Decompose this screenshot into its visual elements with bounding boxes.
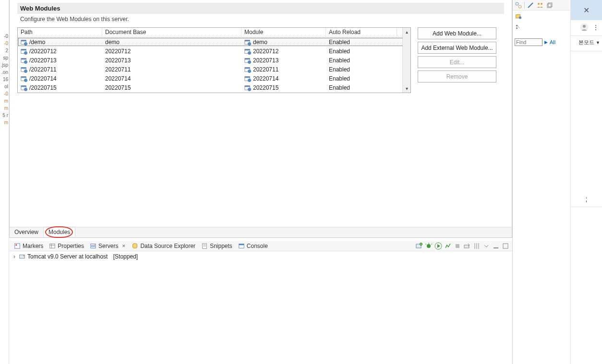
add-web-module-button[interactable]: Add Web Module... — [418, 27, 496, 39]
web-module-icon — [21, 57, 27, 64]
remove-button[interactable]: Remove — [418, 70, 496, 82]
scroll-up-icon[interactable]: ▴ — [403, 28, 410, 36]
web-module-icon — [21, 48, 27, 55]
browser-account-bar: ⋮ — [571, 20, 602, 34]
web-module-icon — [244, 48, 251, 55]
view-console[interactable]: Console — [235, 241, 271, 251]
tomcat-server-icon — [19, 253, 25, 260]
cell-auto: Enabled — [329, 57, 350, 64]
modules-table[interactable]: Path Document Base Module Auto Reload /d… — [17, 27, 411, 93]
close-icon[interactable]: ✕ — [583, 6, 590, 15]
link-icon[interactable] — [515, 1, 522, 9]
svg-rect-13 — [21, 58, 26, 59]
view-menu-icon[interactable] — [482, 242, 490, 250]
server-editor: Web Modules Configure the Web Modules on… — [9, 0, 512, 238]
tab-modules[interactable]: Modules — [44, 227, 75, 237]
right-toolbar — [513, 0, 570, 11]
expand-icon[interactable]: › — [12, 253, 17, 260]
section-title: Web Modules — [20, 5, 60, 12]
view-dse[interactable]: Data Source Explorer — [129, 241, 198, 251]
view-markers[interactable]: Markers — [11, 241, 46, 251]
server-tree-item[interactable]: › Tomcat v9.0 Server at localhost [Stopp… — [12, 253, 509, 260]
cell-doc: 20220712 — [105, 48, 131, 55]
minimized-view-icon-1[interactable] — [515, 13, 523, 21]
svg-rect-49 — [239, 244, 244, 245]
view-markers-label: Markers — [23, 243, 43, 249]
cell-path: /20220713 — [29, 57, 57, 64]
svg-point-74 — [519, 16, 521, 19]
mode-label[interactable]: 본모드 ▼ — [571, 36, 602, 49]
properties-icon — [49, 243, 56, 249]
play-icon[interactable]: ▶ — [544, 40, 548, 45]
cell-mod: 20220711 — [253, 66, 278, 73]
people-icon[interactable] — [536, 1, 544, 9]
svg-rect-57 — [456, 244, 459, 248]
minimized-view-icon-2[interactable] — [515, 24, 523, 32]
gutter-text: ol — [0, 83, 9, 90]
cell-doc: 20220714 — [105, 75, 131, 82]
all-link[interactable]: All — [550, 39, 555, 45]
cell-auto: Enabled — [329, 75, 350, 82]
clean-icon[interactable] — [473, 242, 481, 250]
stop-icon[interactable] — [454, 242, 461, 250]
publish-icon[interactable] — [463, 242, 471, 250]
person-icon[interactable] — [580, 23, 589, 32]
module-buttons: Add Web Module... Add External Web Modul… — [418, 27, 496, 93]
menu-dots-icon[interactable]: ⋮ — [592, 23, 599, 31]
cell-doc: 20220713 — [105, 57, 131, 64]
profile-icon[interactable] — [444, 242, 452, 250]
view-properties[interactable]: Properties — [46, 241, 87, 251]
scroll-down-icon[interactable]: ▾ — [403, 84, 410, 93]
view-servers[interactable]: Servers — [87, 241, 129, 251]
svg-point-52 — [427, 244, 431, 248]
edit-button[interactable]: Edit... — [418, 56, 496, 68]
server-status: [Stopped] — [113, 253, 138, 260]
gutter-text: m — [0, 97, 9, 105]
servers-icon — [90, 243, 96, 249]
find-input[interactable] — [515, 38, 542, 46]
gutter-text: -0 — [0, 33, 9, 40]
col-doc[interactable]: Document Base — [102, 28, 241, 37]
svg-rect-63 — [503, 244, 508, 248]
table-row[interactable]: /demodemodemoEnabled — [18, 37, 410, 47]
col-path[interactable]: Path — [18, 28, 102, 37]
cell-mod: 20220714 — [253, 75, 278, 82]
minimize-icon[interactable] — [492, 242, 500, 250]
svg-line-68 — [528, 3, 533, 8]
svg-rect-28 — [245, 76, 250, 78]
svg-point-43 — [95, 244, 96, 245]
cell-path: /20220715 — [29, 84, 57, 91]
maximize-icon[interactable] — [502, 242, 509, 250]
restore-icon[interactable] — [546, 1, 554, 9]
view-snippets-label: Snippets — [210, 243, 232, 249]
run-icon[interactable] — [434, 242, 442, 250]
views-tab-strip: Markers Properties Servers Data Source E… — [9, 241, 512, 251]
table-row[interactable]: /202207142022071420220714Enabled — [18, 74, 410, 83]
table-row[interactable]: /202207152022071520220715Enabled — [18, 83, 410, 92]
svg-rect-31 — [21, 85, 26, 87]
col-mod[interactable]: Module — [241, 28, 326, 37]
view-servers-label: Servers — [98, 243, 118, 249]
table-row[interactable]: /202207122022071220220712Enabled — [18, 47, 410, 56]
svg-point-70 — [541, 3, 542, 5]
cell-mod: 20220712 — [253, 48, 278, 55]
svg-rect-37 — [16, 244, 17, 246]
svg-point-79 — [583, 25, 586, 28]
cell-doc: demo — [105, 39, 120, 46]
col-auto[interactable]: Auto Reload — [326, 28, 397, 37]
svg-point-75 — [516, 25, 518, 27]
svg-rect-71 — [547, 4, 551, 8]
gutter-text: .on — [0, 69, 9, 76]
table-scrollbar[interactable]: ▴ ▾ — [402, 28, 410, 93]
snippets-icon — [201, 243, 208, 249]
tab-overview[interactable]: Overview — [10, 227, 44, 237]
new-server-icon[interactable] — [415, 242, 423, 250]
add-external-web-module-button[interactable]: Add External Web Module... — [418, 42, 496, 54]
cell-path: /20220712 — [29, 48, 57, 55]
table-row[interactable]: /202207112022071120220711Enabled — [18, 65, 410, 74]
wand-icon[interactable] — [527, 1, 534, 9]
table-row[interactable]: /202207132022071320220713Enabled — [18, 56, 410, 65]
svg-rect-1 — [21, 40, 26, 41]
debug-icon[interactable] — [425, 242, 433, 250]
view-snippets[interactable]: Snippets — [198, 241, 235, 251]
